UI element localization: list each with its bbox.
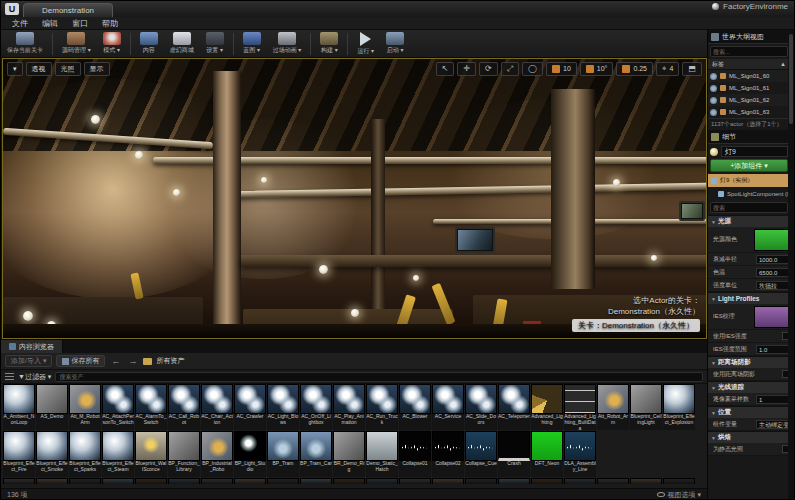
asset-tile[interactable]: AC_AttachPersonTo_Switch: [102, 384, 134, 430]
asset-tile[interactable]: BP_Industrial_Robo: [201, 431, 233, 477]
toolbar-button-10[interactable]: 启动 ▾: [380, 30, 410, 57]
asset-tile-partial[interactable]: [399, 478, 431, 484]
category-header[interactable]: ▼Light Profiles: [708, 292, 790, 304]
rotate-tool-icon[interactable]: ⟳: [479, 62, 498, 76]
save-all-button[interactable]: 保存所有: [56, 355, 105, 367]
asset-tile[interactable]: AC_Run_Truck: [366, 384, 398, 430]
asset-tile[interactable]: A_Ambient_NonLoop: [3, 384, 35, 430]
asset-tile[interactable]: Advanced_Lighting: [531, 384, 563, 430]
asset-tile-partial[interactable]: [597, 478, 629, 484]
asset-tile-partial[interactable]: [168, 478, 200, 484]
details-search-input[interactable]: [711, 205, 787, 211]
asset-tile[interactable]: DLA_Assembly_Line: [564, 431, 596, 477]
toolbar-button-8[interactable]: 构建 ▾: [314, 30, 344, 57]
sources-panel-toggle-icon[interactable]: [5, 373, 14, 381]
value-field[interactable]: 1: [756, 395, 790, 404]
content-browser-tab[interactable]: 内容浏览器: [1, 340, 63, 353]
select-tool-icon[interactable]: ↖: [436, 62, 455, 76]
world-local-toggle-icon[interactable]: ◯: [522, 62, 543, 76]
asset-tile-partial[interactable]: [69, 478, 101, 484]
category-header[interactable]: ▼光源: [708, 215, 790, 227]
outliner-search[interactable]: [710, 46, 788, 57]
asset-tile-partial[interactable]: [3, 478, 35, 484]
asset-tile[interactable]: AC_Teleporter: [498, 384, 530, 430]
value-field[interactable]: 6500.0: [756, 268, 790, 277]
asset-tile[interactable]: BP_Tram_Car: [300, 431, 332, 477]
category-header[interactable]: ▼光线追踪: [708, 381, 790, 393]
actor-name-field[interactable]: 灯9: [721, 146, 788, 157]
asset-tile[interactable]: Blueprint_Effect_Sparks: [69, 431, 101, 477]
asset-tile[interactable]: AC_OnOff_Lightbox: [300, 384, 332, 430]
sort-icon[interactable]: ▲: [780, 61, 786, 67]
category-header[interactable]: ▼烘焙: [708, 431, 790, 443]
asset-tile[interactable]: Advanced_Lighting_BuiltData: [564, 384, 596, 430]
value-field[interactable]: 坎德拉: [756, 281, 790, 290]
add-import-button[interactable]: 添加/导入 ▾: [5, 355, 52, 367]
asset-tile[interactable]: Blueprint_Effect_Fire: [3, 431, 35, 477]
toolbar-button-6[interactable]: 蓝图 ▾: [237, 30, 267, 57]
breadcrumb-path[interactable]: 所有资产: [156, 356, 184, 366]
visibility-eye-icon[interactable]: [710, 97, 717, 104]
asset-tile-partial[interactable]: [36, 478, 68, 484]
asset-tile-partial[interactable]: [135, 478, 167, 484]
asset-tile[interactable]: AC_Service: [432, 384, 464, 430]
asset-tile[interactable]: BR_Demo_Rig: [333, 431, 365, 477]
asset-tile[interactable]: AC_Light_Blows: [267, 384, 299, 430]
asset-tile[interactable]: Att_Robot_Arm: [597, 384, 629, 430]
outliner-column-header[interactable]: 标签▲: [708, 59, 790, 70]
view-options-button[interactable]: 视图选项 ▾: [657, 490, 701, 500]
component-tree-row[interactable]: SpotLightComponent (Light…): [708, 187, 790, 200]
asset-tile[interactable]: Collapse01: [399, 431, 431, 477]
asset-tile[interactable]: Blueprint_Effect_Explosion: [663, 384, 695, 430]
panel-scrollbar[interactable]: [788, 30, 794, 500]
asset-tile[interactable]: BP_Tram: [267, 431, 299, 477]
toolbar-button-2[interactable]: 模式 ▾: [97, 30, 127, 57]
asset-tile[interactable]: AC_Slide_Doors: [465, 384, 497, 430]
toolbar-button-7[interactable]: 过场动画 ▾: [267, 30, 308, 57]
forward-button[interactable]: →: [126, 356, 139, 366]
world-outliner-tab[interactable]: 世界大纲视图: [708, 30, 790, 44]
filters-button[interactable]: ▼过滤器 ▾: [18, 372, 51, 382]
asset-tile[interactable]: DFT_Neon: [531, 431, 563, 477]
value-field[interactable]: 主动绑定变换: [756, 420, 790, 429]
perspective-button[interactable]: 透视: [26, 62, 52, 76]
outliner-row[interactable]: ML_Sign01_63: [708, 106, 790, 118]
lit-mode-button[interactable]: 光照: [55, 62, 81, 76]
menu-item-2[interactable]: 窗口: [65, 18, 95, 29]
add-component-button[interactable]: +添加组件 ▾: [710, 159, 788, 172]
asset-tile-partial[interactable]: [531, 478, 563, 484]
maximize-viewport-button[interactable]: ⬒: [682, 62, 702, 76]
asset-tile[interactable]: Blueprint_CeilingLight: [630, 384, 662, 430]
details-tab[interactable]: 细节: [708, 130, 790, 144]
asset-tile[interactable]: AC_AlarmTo_Switch: [135, 384, 167, 430]
asset-tile-partial[interactable]: [300, 478, 332, 484]
level-viewport[interactable]: ▾ 透视 光照 显示 ↖ ✛ ⟳ ⤢ ◯ 10 10° 0.25 ⌖4 ⬒ 选中…: [2, 58, 707, 339]
toolbar-button-4[interactable]: 虚幻商城: [164, 30, 200, 57]
asset-tile[interactable]: Blueprint_WallSconce: [135, 431, 167, 477]
asset-tile-partial[interactable]: [267, 478, 299, 484]
asset-tile-partial[interactable]: [663, 478, 695, 484]
asset-tile[interactable]: Demo_Static_Hatch: [366, 431, 398, 477]
rotation-snap-toggle[interactable]: 10°: [580, 62, 614, 76]
asset-tile[interactable]: Crash: [498, 431, 530, 477]
asset-tile[interactable]: AC_Play_Animation: [333, 384, 365, 430]
toolbar-button-5[interactable]: 设置 ▾: [200, 30, 230, 57]
asset-tile-partial[interactable]: [366, 478, 398, 484]
viewport-options-button[interactable]: ▾: [7, 62, 23, 76]
menu-item-0[interactable]: 文件: [5, 18, 35, 29]
outliner-row[interactable]: ML_Sign01_60: [708, 70, 790, 82]
asset-tile-partial[interactable]: [201, 478, 233, 484]
asset-tile[interactable]: Att_M_RobotArm: [69, 384, 101, 430]
toolbar-button-3[interactable]: 内容: [134, 30, 164, 57]
grid-snap-toggle[interactable]: 10: [546, 62, 577, 76]
asset-search-input[interactable]: [55, 372, 703, 382]
asset-tile[interactable]: BP_Function_Library: [168, 431, 200, 477]
ies-texture-thumbnail[interactable]: [754, 306, 790, 328]
outliner-row[interactable]: ML_Sign01_61: [708, 82, 790, 94]
outliner-search-input[interactable]: [711, 49, 787, 55]
outliner-row[interactable]: ML_Sign01_62: [708, 94, 790, 106]
asset-tile[interactable]: Collapse_Cue: [465, 431, 497, 477]
value-field[interactable]: 1000.0: [756, 255, 790, 264]
asset-tile[interactable]: Collapse02: [432, 431, 464, 477]
menu-item-3[interactable]: 帮助: [95, 18, 125, 29]
